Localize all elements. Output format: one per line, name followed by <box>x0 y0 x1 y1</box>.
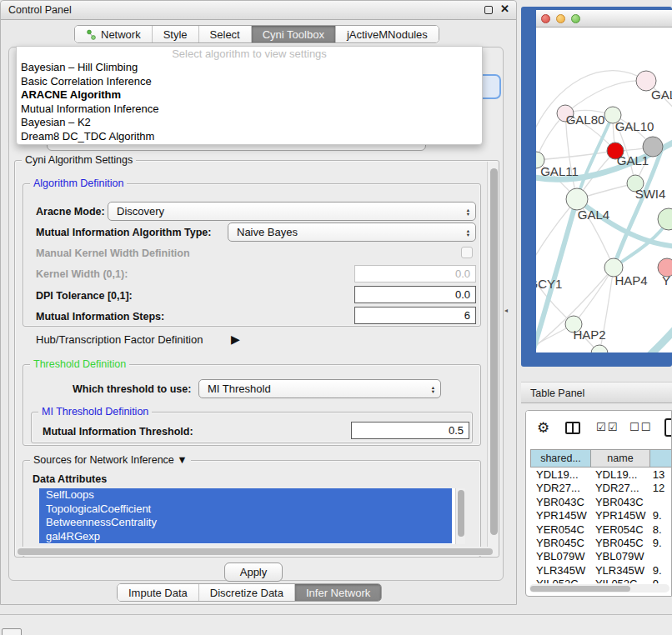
table-cell: 9. <box>647 509 672 522</box>
table-row[interactable]: YBR045CYBR045C9. <box>530 537 672 550</box>
mi-type-label: Mutual Information Algorithm Type: <box>36 227 211 238</box>
apply-button[interactable]: Apply <box>224 562 283 582</box>
data-attributes-list[interactable]: SelfLoopsTopologicalCoefficientBetweenne… <box>39 488 465 544</box>
table-row[interactable]: YER054CYER054C8. <box>530 523 672 537</box>
hub-definition-toggle[interactable]: Hub/Transcription Factor Definition <box>36 333 203 346</box>
attribute-list-item[interactable]: BetweennessCentrality <box>39 516 452 530</box>
select-all-columns-icon[interactable]: ☑☑ <box>596 421 619 433</box>
tab-style[interactable]: Style <box>152 26 198 42</box>
tab-network[interactable]: Network <box>75 26 152 42</box>
manual-kernel-label: Manual Kernel Width Definition <box>36 248 190 259</box>
table-cell: 9. <box>647 537 672 550</box>
table-row[interactable]: YIL052CYIL052C9 <box>530 578 672 583</box>
algorithm-option[interactable]: Bayesian – Hill Climbing <box>17 61 482 75</box>
table-cell: 12 <box>647 482 672 495</box>
screen: Control Panel ✕ NetworkStyleSelectCyni T… <box>0 0 672 635</box>
which-threshold-combobox[interactable]: MI Threshold ▴▾ <box>198 379 441 398</box>
zoom-traffic-light-icon[interactable] <box>571 14 580 23</box>
minimized-panel-button[interactable] <box>2 628 22 635</box>
tab-discretize-data[interactable]: Discretize Data <box>198 584 294 601</box>
tab-select[interactable]: Select <box>198 26 251 42</box>
float-window-icon[interactable] <box>484 6 493 14</box>
cyni-algorithm-settings-title: Cyni Algorithm Settings <box>22 154 136 166</box>
table-panel-titlebar: Table Panel <box>521 382 672 403</box>
attributes-vertical-scrollbar[interactable] <box>455 488 465 544</box>
kernel-width-label: Kernel Width (0,1): <box>36 268 128 280</box>
attribute-list-item[interactable]: gal4RGexp <box>39 530 452 544</box>
table-column-header[interactable]: shared... <box>530 449 591 468</box>
network-node-label: GAL1 <box>617 153 649 168</box>
table-panel: ⚙ ☑☑ ☐☐ shared...name YDL19...YDL19...13… <box>525 410 672 597</box>
algorithm-option[interactable]: Basic Correlation Inference <box>17 75 482 89</box>
dpi-tolerance-label: DPI Tolerance [0,1]: <box>36 290 133 302</box>
network-window-titlebar <box>536 10 672 28</box>
threshold-definition-title: Threshold Definition <box>30 358 129 370</box>
network-node-label: HAP4 <box>614 273 647 288</box>
algorithm-option[interactable]: ARACNE Algorithm <box>17 88 482 102</box>
network-node-label: GAL11 <box>540 164 579 178</box>
expand-right-icon[interactable]: ▶ <box>231 332 240 346</box>
network-edge <box>577 115 613 199</box>
table-row[interactable]: YBL079WYBL079W <box>530 550 672 563</box>
table-cell: YBR043C <box>589 496 647 509</box>
network-edge <box>536 199 577 270</box>
attribute-list-item[interactable]: SelfLoops <box>39 488 452 502</box>
algorithm-dropdown: Select algorithm to view settings Bayesi… <box>16 46 483 145</box>
which-threshold-label: Which threshold to use: <box>73 383 191 395</box>
table-cell: YDR27... <box>589 482 647 495</box>
kernel-width-field[interactable]: 0.0 <box>354 265 476 282</box>
settings-horizontal-scrollbar[interactable] <box>16 547 496 556</box>
table-row[interactable]: YBR043CYBR043C <box>530 496 672 509</box>
table-cell <box>647 550 672 563</box>
tab-infer-network[interactable]: Infer Network <box>294 584 381 601</box>
network-node-label: GAL80 <box>566 112 605 127</box>
mi-threshold-field[interactable]: 0.5 <box>351 422 469 439</box>
deselect-all-columns-icon[interactable]: ☐☐ <box>629 421 652 433</box>
network-node[interactable] <box>591 345 608 352</box>
network-edge <box>629 324 672 352</box>
collapse-down-icon[interactable]: ▼ <box>177 454 187 466</box>
close-traffic-light-icon[interactable] <box>541 14 550 23</box>
algorithm-option[interactable]: Mutual Information Inference <box>17 102 482 117</box>
table-row[interactable]: YDR27...YDR27...12 <box>530 482 672 495</box>
settings-vertical-scrollbar[interactable] <box>487 162 499 556</box>
tab-impute-data[interactable]: Impute Data <box>118 584 198 601</box>
mi-algorithm-type-combobox[interactable]: Naive Bayes ▴▾ <box>228 222 476 242</box>
table-row[interactable]: YDL19...YDL19...13 <box>530 468 672 482</box>
control-panel-title: Control Panel <box>8 4 72 16</box>
table-toolbar: ⚙ ☑☑ ☐☐ <box>526 411 671 448</box>
table-horizontal-scrollbar[interactable] <box>529 584 669 592</box>
table-cell: 9. <box>647 564 672 578</box>
split-view-icon[interactable] <box>565 422 580 434</box>
algorithm-option[interactable]: Bayesian – K2 <box>17 116 482 130</box>
table-cell: YLR345W <box>530 564 589 578</box>
minimize-traffic-light-icon[interactable] <box>556 14 565 23</box>
aracne-mode-combobox[interactable]: Discovery ▴▾ <box>108 202 476 221</box>
cyni-bottom-tabbar: Impute DataDiscretize DataInfer Network <box>117 583 382 602</box>
algorithm-option[interactable]: Dream8 DC_TDC Algorithm <box>17 130 482 144</box>
table-cell: YIL052C <box>530 578 589 583</box>
network-canvas[interactable]: GALGAL80GAL10GAL1GAL11SWI4GAL4HAP4YGCY1H… <box>536 28 672 352</box>
network-node[interactable] <box>658 208 672 230</box>
manual-kernel-checkbox[interactable] <box>461 247 473 258</box>
panel-collapse-handle[interactable]: ◂ <box>504 307 511 314</box>
mi-steps-field[interactable]: 6 <box>354 307 476 324</box>
table-cell: YBR045C <box>530 537 589 550</box>
network-edge <box>574 268 614 324</box>
function-builder-icon[interactable] <box>664 418 672 437</box>
tab-cyni-toolbox[interactable]: Cyni Toolbox <box>251 26 335 42</box>
gear-icon[interactable]: ⚙ <box>537 419 549 437</box>
table-cell: YIL052C <box>589 578 647 583</box>
table-cell: YLR345W <box>589 564 647 578</box>
network-view-window: GALGAL80GAL10GAL1GAL11SWI4GAL4HAP4YGCY1H… <box>521 7 672 367</box>
table-cell: YBL079W <box>589 550 647 563</box>
close-icon[interactable]: ✕ <box>500 2 509 15</box>
table-row[interactable]: YPR145WYPR145W9. <box>530 509 672 522</box>
table-cell: YBR043C <box>530 496 589 509</box>
table-row[interactable]: YLR345WYLR345W9. <box>530 564 672 578</box>
tab-jactivemnodules[interactable]: jActiveMNodules <box>335 26 439 42</box>
table-column-header[interactable]: name <box>591 449 650 468</box>
attribute-list-item[interactable]: TopologicalCoefficient <box>39 502 452 517</box>
dpi-tolerance-field[interactable]: 0.0 <box>354 286 476 303</box>
table-column-header[interactable] <box>650 449 672 468</box>
